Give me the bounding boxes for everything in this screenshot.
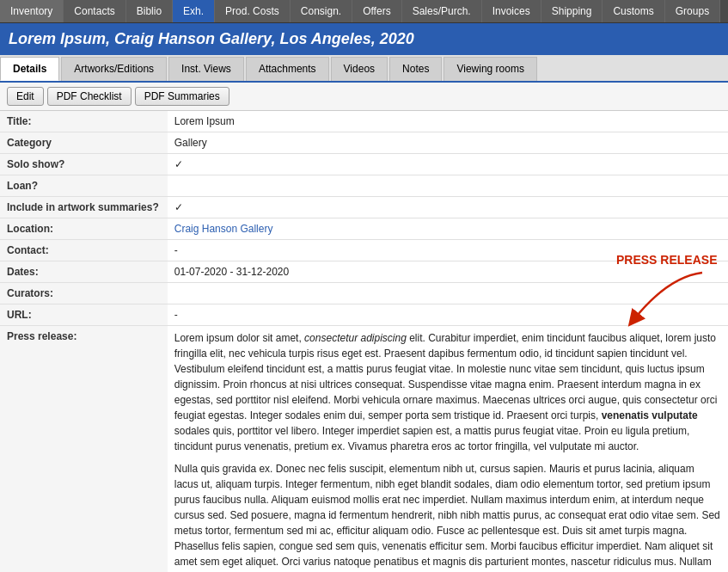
sub-tabs: Details Artworks/Editions Inst. Views At…: [0, 55, 728, 83]
top-navigation: Inventory Contacts Biblio Exh. Prod. Cos…: [0, 0, 728, 23]
tab-viewing-rooms[interactable]: Viewing rooms: [444, 57, 536, 81]
tab-details[interactable]: Details: [0, 57, 59, 81]
field-value-loan: [168, 175, 728, 197]
table-row: Category Gallery: [0, 132, 728, 154]
nav-tab-customs[interactable]: Customs: [603, 0, 664, 22]
table-row: Curators:: [0, 283, 728, 304]
location-link[interactable]: Craig Hanson Gallery: [174, 223, 273, 235]
field-label-press-release: Press release:: [0, 326, 168, 573]
detail-table: Title: Lorem Ipsum Category Gallery Solo…: [0, 111, 728, 572]
field-value-title: Lorem Ipsum: [168, 111, 728, 132]
italic-text: consectetur adipiscing: [304, 332, 407, 344]
nav-tab-prod-costs[interactable]: Prod. Costs: [215, 0, 291, 22]
tab-attachments[interactable]: Attachments: [246, 57, 329, 81]
table-row: Location: Craig Hanson Gallery: [0, 218, 728, 240]
tab-notes[interactable]: Notes: [389, 57, 442, 81]
table-row-url: URL: - PRESS RELEASE: [0, 304, 728, 326]
table-row-press-release: Press release: Lorem ipsum dolor sit ame…: [0, 326, 728, 573]
table-row: Contact: -: [0, 240, 728, 261]
nav-tab-contacts[interactable]: Contacts: [64, 0, 125, 22]
field-label-solo-show: Solo show?: [0, 154, 168, 175]
field-value-press-release: Lorem ipsum dolor sit amet, consectetur …: [168, 326, 728, 573]
table-row: Loan?: [0, 175, 728, 197]
field-value-curators: [168, 283, 728, 304]
press-release-paragraph-1: Lorem ipsum dolor sit amet, consectetur …: [174, 330, 721, 454]
press-release-paragraph-2: Nulla quis gravida ex. Donec nec felis s…: [174, 461, 721, 572]
nav-tab-consign[interactable]: Consign.: [291, 0, 352, 22]
field-label-dates: Dates:: [0, 261, 168, 283]
table-row: Include in artwork summaries? ✓: [0, 197, 728, 218]
table-row: Solo show? ✓: [0, 154, 728, 175]
table-row: Dates: 01-07-2020 - 31-12-2020: [0, 261, 728, 283]
field-value-category: Gallery: [168, 132, 728, 154]
nav-tab-groups[interactable]: Groups: [665, 0, 720, 22]
field-label-title: Title:: [0, 111, 168, 132]
pdf-summaries-button[interactable]: PDF Summaries: [135, 87, 229, 106]
field-label-url: URL:: [0, 304, 168, 326]
nav-tab-offers[interactable]: Offers: [352, 0, 401, 22]
nav-tab-sales[interactable]: Sales/Purch.: [402, 0, 482, 22]
field-value-include: ✓: [168, 197, 728, 218]
tab-videos[interactable]: Videos: [331, 57, 388, 81]
nav-tab-inventory[interactable]: Inventory: [0, 0, 64, 22]
field-label-contact: Contact:: [0, 240, 168, 261]
field-label-curators: Curators:: [0, 283, 168, 304]
bold-text: venenatis vulputate: [602, 409, 698, 421]
nav-tab-invoices[interactable]: Invoices: [482, 0, 541, 22]
nav-tab-shipping[interactable]: Shipping: [541, 0, 603, 22]
edit-button[interactable]: Edit: [7, 87, 44, 106]
nav-tab-exh[interactable]: Exh.: [173, 0, 215, 22]
field-value-location: Craig Hanson Gallery: [168, 218, 728, 240]
field-label-location: Location:: [0, 218, 168, 240]
field-value-url: - PRESS RELEASE: [168, 304, 728, 326]
field-label-category: Category: [0, 132, 168, 154]
nav-tab-biblio[interactable]: Biblio: [126, 0, 173, 22]
field-value-solo-show: ✓: [168, 154, 728, 175]
field-label-include: Include in artwork summaries?: [0, 197, 168, 218]
field-label-loan: Loan?: [0, 175, 168, 197]
field-value-contact: -: [168, 240, 728, 261]
tab-inst-views[interactable]: Inst. Views: [168, 57, 244, 81]
tab-artworks[interactable]: Artworks/Editions: [61, 57, 167, 81]
action-bar: Edit PDF Checklist PDF Summaries: [0, 83, 728, 111]
title-rest: , Craig Hanson Gallery, Los Angeles, 202…: [106, 30, 414, 47]
title-italic: Lorem Ipsum: [9, 30, 106, 47]
pdf-checklist-button[interactable]: PDF Checklist: [47, 87, 132, 106]
field-value-dates: 01-07-2020 - 31-12-2020: [168, 261, 728, 283]
table-row: Title: Lorem Ipsum: [0, 111, 728, 132]
page-title: Lorem Ipsum, Craig Hanson Gallery, Los A…: [0, 23, 728, 55]
url-value: -: [174, 309, 178, 321]
